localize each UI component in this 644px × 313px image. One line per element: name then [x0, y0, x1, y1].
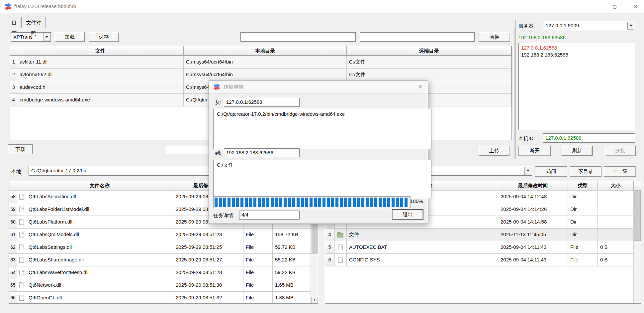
app-icon [213, 83, 220, 90]
preset-combobox[interactable]: XPTrans [11, 32, 51, 42]
file-icon [334, 254, 347, 266]
col-file-name[interactable]: 文件名称 [26, 181, 173, 190]
file-name-cell[interactable]: Qt6LabsFolderListModel.dll [26, 203, 173, 216]
file-name-cell[interactable]: Qt6LabsSettings.dll [26, 241, 173, 253]
type-cell: Dir [568, 216, 598, 228]
client-list[interactable]: 127.0.0.1:62588192.168.2.183:62586 [518, 43, 635, 130]
file-cell[interactable]: avformat-62.dll [17, 69, 184, 81]
file-name-cell[interactable]: Qt6LabsAnimation.dll [26, 191, 173, 203]
refresh-button[interactable]: 刷新 [562, 146, 593, 156]
modified-cell: 2025-09-29 08:51:23 [173, 229, 243, 241]
file-name-cell[interactable]: 文件 [347, 229, 498, 241]
scroll-down-icon[interactable]: ▼ [311, 297, 318, 303]
file-cell[interactable]: cmdbridge-windows-amd64.exe [17, 94, 184, 106]
file-icon [17, 279, 26, 291]
tab-file-compare[interactable]: 文件对照 [21, 17, 46, 28]
file-icon [17, 203, 26, 216]
source-path-box[interactable]: C:/Qt/qtcreator-17.0.2/bin/cmdbridge-win… [213, 109, 431, 149]
modified-cell: 2025-09-04 14:14:58 [498, 216, 568, 228]
modified-cell: 2025-11-13 11:45:05 [498, 229, 568, 241]
dialog-title-bar: 传输详情 ✕ [209, 80, 428, 93]
local-dir-cell[interactable]: C:/msys64/ucrt64/bin [184, 56, 347, 68]
replace-input[interactable] [360, 32, 475, 42]
col-file[interactable]: 文件 [17, 46, 184, 56]
progress-percent: 100% [410, 198, 423, 205]
compare-row[interactable]: 1 avfilter-11.dll C:/msys64/ucrt64/bin C… [10, 56, 511, 69]
file-name-cell[interactable]: Qt6LabsQmlModels.dll [26, 229, 173, 241]
client-list-item[interactable]: 192.168.2.183:62586 [521, 51, 632, 58]
size-cell: 55.22 KB [273, 254, 311, 266]
file-name-cell[interactable]: CONFIG.SYS [347, 254, 498, 266]
app-icon [4, 3, 12, 10]
chevron-down-icon[interactable] [524, 167, 531, 175]
remote-file-row[interactable]: 4 文件 2025-11-13 11:45:05 Dir [325, 229, 641, 241]
dialog-close-icon[interactable]: ✕ [416, 83, 424, 91]
task-details-input[interactable]: 4/4 [239, 211, 300, 220]
scrollbar-thumb[interactable] [634, 190, 641, 241]
file-name-cell[interactable]: Qt6Network.dll [26, 279, 173, 291]
save-button[interactable]: 保存 [89, 32, 119, 42]
type-cell: File [243, 266, 273, 279]
connect-button[interactable]: 连接 [605, 146, 636, 156]
row-number: 60 [9, 216, 17, 228]
exit-button[interactable]: 退出 [392, 209, 423, 220]
col-size[interactable]: 大小 [598, 181, 634, 190]
maximize-icon[interactable]: ▢ [607, 0, 622, 13]
tab-log[interactable]: 日志 [7, 18, 21, 28]
remote-dir-cell[interactable]: C:/文件 [347, 56, 511, 68]
disconnect-button[interactable]: 断开 [518, 146, 551, 156]
col-local-dir[interactable]: 本地目录 [184, 46, 347, 56]
upload-button[interactable]: 上传 [479, 146, 509, 156]
chevron-down-icon[interactable] [43, 33, 50, 41]
to-input[interactable]: 192.168.2.183:62586 [224, 148, 300, 157]
local-file-row[interactable]: 64 Qt6LabsWavefrontMesh.dll 2025-09-29 0… [9, 266, 318, 279]
local-file-row[interactable]: 62 Qt6LabsSettings.dll 2025-09-29 08:51:… [9, 241, 318, 254]
to-label: 到: [215, 149, 221, 157]
row-number: 4 [10, 94, 17, 106]
remote-file-row[interactable]: 5 AUTOEXEC.BAT 2025-09-04 14:11:43 File … [325, 241, 641, 254]
download-button[interactable]: 下载 [8, 144, 33, 154]
title-bar: frelay 0.2.3 release bbd0f8b — ▢ ✕ [0, 0, 644, 13]
client-list-item[interactable]: 127.0.0.1:62588 [521, 44, 632, 51]
dest-path-box[interactable]: C:/文件 [213, 160, 431, 198]
load-button[interactable]: 加载 [55, 32, 85, 42]
chevron-down-icon[interactable] [627, 22, 634, 30]
file-icon [17, 229, 26, 241]
search-input[interactable] [240, 32, 356, 42]
file-name-cell[interactable]: AUTOEXEC.BAT [347, 241, 498, 253]
size-cell [598, 203, 634, 216]
file-name-cell[interactable]: Qt6LabsSharedImage.dll [26, 254, 173, 266]
local-id-input[interactable]: 127.0.0.1:62588 [543, 133, 635, 143]
file-cell[interactable]: audevcod.h [17, 81, 184, 93]
minimize-icon[interactable]: — [586, 0, 601, 13]
remote-table-scrollbar[interactable] [633, 190, 641, 303]
visit-button[interactable]: 访问 [535, 166, 567, 177]
compare-row[interactable]: 2 avformat-62.dll C:/msys64/ucrt64/bin C… [10, 69, 511, 81]
local-file-row[interactable]: 66 Qt6OpenGL.dll 2025-09-29 08:51:32 Fil… [9, 292, 318, 304]
file-name-cell[interactable]: Qt6OpenGL.dll [26, 292, 173, 304]
col-type[interactable]: 类型 [568, 181, 598, 190]
file-name-cell[interactable]: Qt6LabsWavefrontMesh.dll [26, 266, 173, 279]
close-icon[interactable]: ✕ [628, 0, 643, 13]
file-name-cell[interactable]: Qt6LabsPlatform.dll [26, 216, 173, 228]
col-modified[interactable]: 最后修改时间 [498, 181, 568, 190]
server-combobox[interactable]: 127.0.0.1:9009 [543, 21, 635, 30]
remote-file-row[interactable]: 6 CONFIG.SYS 2025-09-04 14:11:43 File 0 … [325, 254, 641, 266]
local-file-row[interactable]: 63 Qt6LabsSharedImage.dll 2025-09-29 08:… [9, 254, 318, 266]
col-remote-dir[interactable]: 远端目录 [347, 46, 511, 56]
local-id-label: 本机ID: [518, 135, 535, 142]
row-number: 5 [325, 241, 334, 253]
from-input[interactable]: 127.0.0.1:62588 [224, 98, 300, 107]
remote-dir-cell[interactable]: C:/文件 [347, 69, 511, 81]
home-dir-button[interactable]: 家目录 [570, 166, 601, 177]
type-cell: File [568, 241, 598, 253]
file-icon [17, 191, 26, 203]
row-number: 64 [9, 266, 17, 279]
local-file-row[interactable]: 61 Qt6LabsQmlModels.dll 2025-09-29 08:51… [9, 229, 318, 241]
replace-button[interactable]: 替换 [479, 32, 510, 42]
local-file-row[interactable]: 65 Qt6Network.dll 2025-09-29 08:51:30 Fi… [9, 279, 318, 292]
up-level-button[interactable]: 上一级 [604, 166, 636, 177]
local-dir-cell[interactable]: C:/msys64/ucrt64/bin [184, 69, 347, 81]
file-cell[interactable]: avfilter-11.dll [17, 56, 184, 68]
progress-bar [213, 196, 411, 208]
